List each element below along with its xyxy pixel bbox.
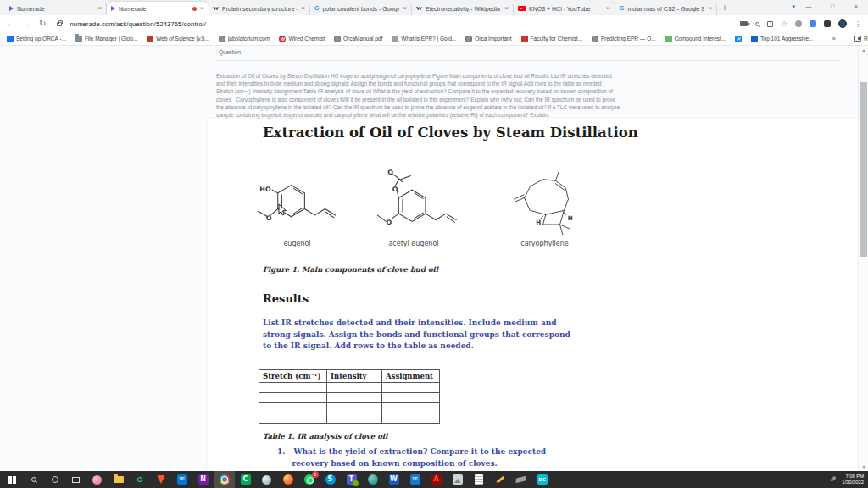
close-button[interactable]: ×	[844, 0, 868, 15]
bookmark-orca-manual[interactable]: OrcaManual.pdf	[334, 36, 382, 42]
extension-dark-icon[interactable]	[824, 20, 831, 27]
tab-youtube-kno3[interactable]: KNO3 + HCl - YouTube ×	[514, 2, 615, 15]
bookmark-blue-icon-only[interactable]: ✕	[735, 36, 742, 42]
profile-avatar[interactable]	[838, 19, 847, 28]
teams-icon[interactable]: T	[341, 471, 362, 488]
extension-shield-icon[interactable]	[810, 20, 816, 27]
tab-close-icon[interactable]: ×	[708, 5, 712, 12]
extension-gray-icon[interactable]	[795, 20, 802, 27]
tab-wikipedia-protein[interactable]: W Protein secondary structure - W ×	[209, 2, 310, 15]
clock-time: 7:08 PM	[842, 474, 864, 480]
bookmark-faculty-for-chemist[interactable]: Faculty for Chemist...	[521, 36, 582, 42]
google-favicon: G	[620, 5, 624, 12]
table-row	[259, 403, 440, 413]
scrollbar-thumb[interactable]	[860, 82, 867, 257]
globalprotect-icon[interactable]	[362, 471, 383, 488]
outlook-mail-icon[interactable]: ✉	[404, 471, 426, 488]
acrobat-icon[interactable]: A	[426, 471, 447, 488]
maximize-button[interactable]: □	[821, 0, 844, 15]
tab-title: Electronegativity - Wikipedia	[426, 6, 501, 12]
back-button[interactable]: ←	[7, 19, 15, 28]
bookmark-setting-up-orca[interactable]: Setting up ORCA -...	[7, 36, 66, 42]
forward-button[interactable]: →	[23, 19, 31, 28]
reload-button[interactable]: ↻	[39, 19, 46, 28]
share-icon[interactable]	[767, 21, 773, 27]
task-view-icon[interactable]	[65, 471, 86, 488]
eraser-tool-icon[interactable]	[510, 471, 531, 488]
zoom-icon[interactable]	[755, 22, 760, 26]
pencil-app-icon[interactable]	[489, 471, 510, 488]
lock-icon[interactable]	[57, 22, 62, 26]
bookmark-web-of-science[interactable]: Web of Science [v.5...	[147, 36, 209, 42]
screen-capture-icon[interactable]	[740, 21, 748, 26]
browser-menu-icon[interactable]: ⋮	[854, 20, 861, 28]
bookmark-orca-important[interactable]: Orca Important	[465, 36, 511, 42]
bookmark-jabolatorium[interactable]: jabolatorium.com	[219, 36, 270, 42]
tab-numerade-1[interactable]: Numerade ×	[5, 2, 107, 15]
structure-acetyl-eugenol: O O O acetyl eugenol	[359, 169, 468, 247]
figure-caption: Figure 1. Main components of clove bud o…	[263, 265, 438, 274]
taskbar-search-icon[interactable]	[23, 471, 44, 488]
tab-numerade-2-active[interactable]: Numerade ×	[107, 2, 209, 15]
bookmark-star-icon[interactable]: ☆	[781, 20, 787, 28]
notepad-icon[interactable]	[468, 471, 489, 488]
pink-app-icon[interactable]	[86, 471, 108, 488]
bookmarks-overflow-icon[interactable]: »	[832, 35, 835, 42]
whatsapp-icon[interactable]: 2	[298, 471, 320, 488]
onenote-icon[interactable]: N	[192, 471, 214, 488]
tab-close-icon[interactable]: ×	[504, 5, 509, 12]
start-button[interactable]	[2, 471, 23, 488]
tab-close-icon[interactable]: ×	[606, 5, 610, 12]
new-tab-button[interactable]: +	[722, 2, 727, 15]
chrome-icon[interactable]	[214, 471, 235, 488]
tab-search-chevron-icon[interactable]: ▾	[792, 3, 795, 10]
tab-wikipedia-electronegativity[interactable]: W Electronegativity - Wikipedia ×	[412, 2, 514, 15]
tab-google-polar-bonds[interactable]: G polar covalent bonds - Google ×	[310, 2, 412, 15]
cortana-icon[interactable]	[44, 471, 65, 488]
tab-close-icon[interactable]: ×	[301, 5, 305, 12]
minimize-button[interactable]: —	[797, 0, 821, 15]
bookmark-top-101-aggressive[interactable]: Top 101 Aggressive...	[751, 36, 813, 42]
camtasia-icon[interactable]: C	[235, 471, 256, 488]
address-bar[interactable]: numerade.com/ask/question/5243765/contro…	[70, 20, 206, 28]
pen-tray-icon[interactable]: ✎	[830, 475, 837, 484]
mail-app-icon[interactable]: ✉	[171, 471, 192, 488]
globe-favicon	[219, 36, 225, 42]
table-cell	[259, 383, 327, 393]
document-title: Extraction of Oil of Cloves by Steam Dis…	[263, 125, 638, 141]
tab-close-icon[interactable]: ×	[403, 5, 407, 12]
file-explorer-icon[interactable]	[108, 471, 129, 488]
green-favicon	[665, 36, 672, 42]
results-instruction: List IR stretches detected and their int…	[263, 318, 576, 352]
tab-google-molar-mass[interactable]: G molar mas of CS2 - Google Se ×	[615, 2, 717, 15]
skype-icon[interactable]: S	[320, 471, 341, 488]
tab-title: KNO3 + HCl - YouTube	[529, 6, 603, 12]
bookmark-compound-interest[interactable]: Compound Interest...	[665, 36, 726, 42]
structure-caryophyllene: H H caryophyllene	[487, 169, 602, 247]
reading-list-button[interactable]: Reading list	[854, 36, 868, 42]
taskbar-clock[interactable]: 7:08 PM 1/30/2022	[842, 474, 864, 486]
list-item-text-wrap: What is the yield of extraction? Compare…	[292, 446, 574, 469]
table-row	[259, 383, 440, 393]
screen-recorder-icon[interactable]	[129, 471, 150, 488]
clock-date: 1/30/2022	[842, 480, 864, 486]
bookmarks-bar: Setting up ORCA -... File Manager | Glob…	[0, 32, 868, 46]
tab-close-icon[interactable]: ×	[97, 5, 102, 12]
scroll-up-icon[interactable]: ▲	[859, 47, 868, 53]
photos-app-icon[interactable]	[447, 471, 468, 488]
bookmark-what-is-epr[interactable]: What is EPR? | Gold...	[392, 36, 456, 42]
bookmark-predicting-epr[interactable]: Predicting EPR — O...	[592, 36, 656, 42]
tab-close-icon[interactable]: ×	[200, 5, 204, 12]
red-square-favicon	[521, 36, 528, 42]
word-icon[interactable]: W	[383, 471, 404, 488]
brave-browser-icon[interactable]	[150, 471, 171, 488]
bookmark-wired-chemist[interactable]: WWired Chemist	[279, 36, 325, 42]
paint-3d-icon[interactable]	[256, 471, 277, 488]
bookmark-file-manager[interactable]: File Manager | Glob...	[75, 36, 137, 42]
scroll-down-icon[interactable]: ▼	[859, 464, 868, 469]
molecule-label: eugenol	[244, 240, 350, 247]
page-scrollbar[interactable]: ▲ ▼	[858, 46, 868, 471]
atom-label-h: H	[536, 219, 541, 226]
dc-app-icon[interactable]: DC	[531, 471, 553, 488]
firefox-icon[interactable]	[277, 471, 298, 488]
